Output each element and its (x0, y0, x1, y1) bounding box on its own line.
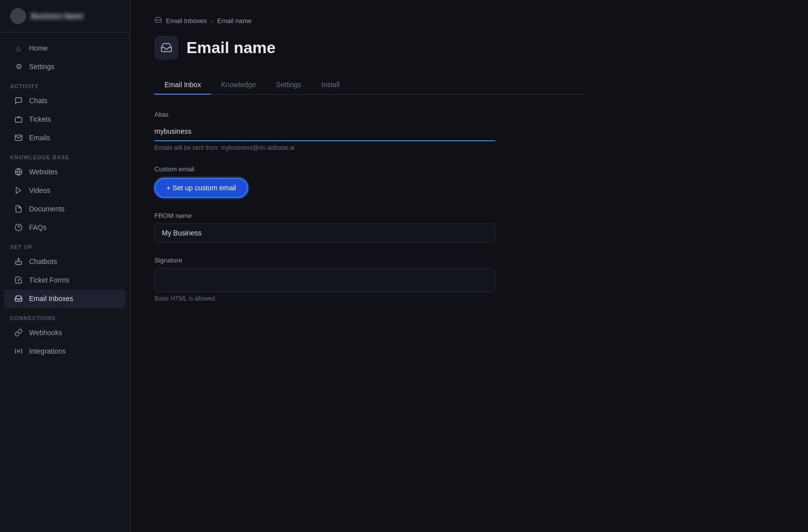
sidebar-item-ticket-forms-label: Ticket Forms (29, 276, 69, 284)
section-label-activity: ACTIVITY (0, 76, 130, 91)
chat-icon (14, 96, 23, 105)
sidebar-item-chats-label: Chats (29, 97, 48, 105)
sidebar-item-tickets[interactable]: Tickets (4, 110, 126, 128)
from-name-section: FROM name (154, 212, 587, 242)
video-icon (14, 186, 23, 195)
breadcrumb-icon (154, 16, 162, 26)
svg-rect-6 (16, 261, 22, 264)
sidebar-item-faqs[interactable]: FAQs (4, 218, 126, 236)
sidebar-item-documents[interactable]: Documents (4, 200, 126, 218)
alias-section: Alias Emails will be sent from: mybusine… (154, 111, 587, 151)
svg-marker-3 (16, 187, 21, 193)
home-icon: ⌂ (14, 44, 23, 53)
sidebar-item-home[interactable]: ⌂ Home (4, 39, 126, 57)
document-icon (14, 204, 23, 213)
email-icon (14, 133, 23, 142)
sidebar-item-email-inboxes-label: Email Inboxes (29, 295, 73, 303)
sidebar-item-settings[interactable]: ⚙ Settings (4, 58, 126, 76)
sidebar-item-faqs-label: FAQs (29, 223, 47, 231)
page-title: Email name (186, 39, 276, 57)
breadcrumb-current: Email name (217, 17, 252, 25)
signature-hint: Basic HTML is allowed (154, 295, 587, 302)
sidebar-item-websites[interactable]: Websites (4, 163, 126, 181)
tab-install[interactable]: Install (311, 76, 350, 95)
faq-icon (14, 223, 23, 232)
inbox-icon (14, 294, 23, 303)
sidebar-item-settings-label: Settings (29, 63, 55, 71)
sidebar-item-tickets-label: Tickets (29, 115, 51, 123)
svg-point-7 (18, 258, 20, 260)
sidebar-item-email-inboxes[interactable]: Email Inboxes (4, 290, 126, 308)
from-name-input[interactable] (154, 223, 495, 242)
section-label-connections: CONNECTIONS (0, 308, 130, 323)
tab-email-inbox[interactable]: Email Inbox (154, 76, 211, 95)
sidebar-item-webhooks-label: Webhooks (29, 329, 62, 337)
breadcrumb-parent[interactable]: Email Inboxes (166, 17, 207, 25)
custom-email-label: Custom email (154, 165, 587, 173)
sidebar-item-chatbots-label: Chatbots (29, 257, 57, 265)
sidebar-item-home-label: Home (29, 44, 48, 52)
sidebar: Business Name ⌂ Home ⚙ Settings ACTIVITY… (0, 0, 130, 532)
globe-icon (14, 167, 23, 176)
sidebar-nav: ⌂ Home ⚙ Settings ACTIVITY Chats Tickets… (0, 33, 130, 532)
sidebar-item-chats[interactable]: Chats (4, 92, 126, 110)
sidebar-item-videos[interactable]: Videos (4, 181, 126, 199)
brand-name: Business Name (31, 12, 83, 20)
tab-settings[interactable]: Settings (266, 76, 311, 95)
alias-input[interactable] (154, 122, 495, 141)
sidebar-item-documents-label: Documents (29, 205, 65, 213)
breadcrumb-separator: › (211, 17, 214, 25)
signature-label: Signature (154, 256, 587, 264)
alias-label: Alias (154, 111, 587, 118)
signature-section: Signature Basic HTML is allowed (154, 256, 587, 302)
webhook-icon (14, 328, 23, 337)
chatbot-icon (14, 257, 23, 266)
page-title-row: Email name (154, 36, 587, 60)
sidebar-item-webhooks[interactable]: Webhooks (4, 324, 126, 342)
section-label-setup: SET UP (0, 237, 130, 252)
page-title-icon (154, 36, 178, 60)
custom-email-section: Custom email + Set up custom email (154, 165, 587, 198)
sidebar-item-emails-label: Emails (29, 134, 50, 142)
gear-icon: ⚙ (14, 62, 23, 71)
brand-avatar (10, 8, 26, 24)
breadcrumb: Email Inboxes › Email name (154, 16, 587, 26)
ticket-forms-icon (14, 276, 23, 285)
svg-rect-0 (15, 118, 22, 122)
tabs: Email Inbox Knowledge Settings Install (154, 76, 587, 95)
main-content: Email Inboxes › Email name Email name Em… (130, 0, 808, 532)
tab-knowledge[interactable]: Knowledge (211, 76, 266, 95)
sidebar-item-integrations-label: Integrations (29, 347, 66, 355)
ticket-icon (14, 115, 23, 124)
sidebar-item-emails[interactable]: Emails (4, 129, 126, 147)
from-name-label: FROM name (154, 212, 587, 219)
brand-header: Business Name (0, 0, 130, 33)
sidebar-item-integrations[interactable]: Integrations (4, 342, 126, 360)
sidebar-item-chatbots[interactable]: Chatbots (4, 252, 126, 271)
sidebar-item-videos-label: Videos (29, 186, 51, 194)
alias-hint: Emails will be sent from: mybusiness@on.… (154, 144, 587, 151)
setup-custom-email-button[interactable]: + Set up custom email (154, 178, 248, 198)
sidebar-item-websites-label: Websites (29, 168, 58, 176)
integrations-icon (14, 347, 23, 356)
section-label-knowledge: KNOWLEDGE BASE (0, 147, 130, 162)
svg-point-11 (18, 350, 20, 352)
signature-input[interactable] (154, 268, 495, 292)
sidebar-item-ticket-forms[interactable]: Ticket Forms (4, 271, 126, 289)
